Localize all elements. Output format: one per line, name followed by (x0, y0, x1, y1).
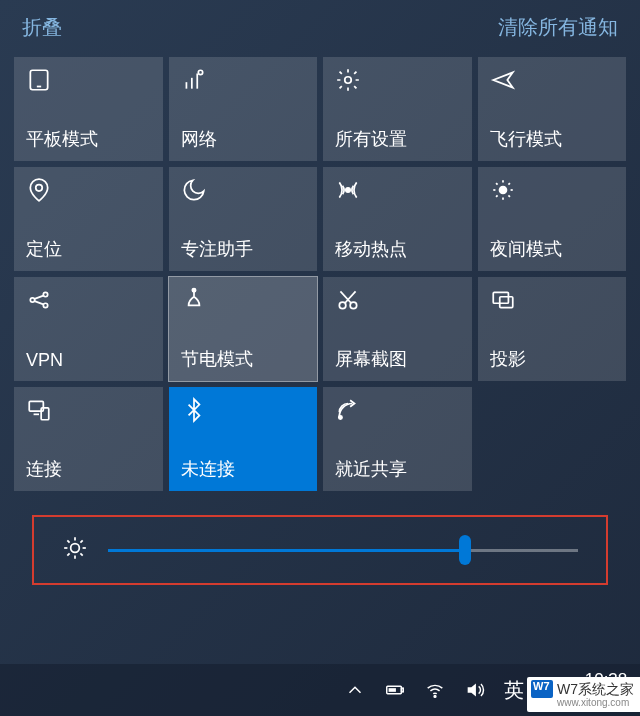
tile-label: 就近共享 (335, 457, 460, 481)
watermark-text: W7系统之家 (557, 681, 634, 697)
svg-line-39 (67, 540, 69, 542)
tile-label: 网络 (181, 127, 306, 151)
watermark: W7 W7系统之家 www.xitong.com (527, 677, 640, 712)
watermark-sub: www.xitong.com (557, 697, 634, 708)
svg-marker-47 (468, 684, 476, 697)
tile-label: 连接 (26, 457, 151, 481)
ime-lang: 英 (504, 679, 526, 701)
share-icon (335, 397, 460, 425)
nightlight-icon (490, 177, 615, 205)
tile-location[interactable]: 定位 (14, 167, 163, 271)
svg-line-16 (496, 195, 498, 197)
wifi-icon[interactable] (424, 679, 446, 701)
battery-saver-icon (181, 287, 306, 315)
tile-label: 投影 (490, 347, 615, 371)
svg-point-8 (346, 188, 350, 192)
tile-bluetooth[interactable]: 未连接 (169, 387, 318, 491)
tile-label: 移动热点 (335, 237, 460, 261)
tile-network[interactable]: 网络 (169, 57, 318, 161)
svg-point-19 (43, 292, 47, 296)
snip-icon (335, 287, 460, 315)
location-icon (26, 177, 151, 205)
svg-point-34 (71, 544, 80, 553)
svg-rect-31 (41, 408, 49, 420)
tile-label: 未连接 (181, 457, 306, 481)
tile-battery-saver[interactable]: 节电模式 (169, 277, 318, 381)
volume-icon[interactable] (464, 679, 486, 701)
tile-label: VPN (26, 350, 151, 371)
tile-label: 平板模式 (26, 127, 151, 151)
tile-connect[interactable]: 连接 (14, 387, 163, 491)
svg-line-41 (67, 553, 69, 555)
brightness-highlight-box (32, 515, 608, 585)
svg-point-6 (345, 77, 352, 84)
svg-point-9 (498, 186, 507, 195)
tile-hotspot[interactable]: 移动热点 (323, 167, 472, 271)
slider-track (108, 549, 578, 552)
tile-tablet[interactable]: 平板模式 (14, 57, 163, 161)
watermark-badge: W7 (533, 680, 550, 692)
tile-label: 屏幕截图 (335, 347, 460, 371)
moon-icon (181, 177, 306, 205)
collapse-link[interactable]: 折叠 (22, 14, 62, 41)
svg-point-7 (36, 185, 43, 192)
tile-settings[interactable]: 所有设置 (323, 57, 472, 161)
slider-thumb[interactable] (459, 535, 471, 565)
tile-moon[interactable]: 专注助手 (169, 167, 318, 271)
svg-point-5 (198, 70, 202, 74)
tile-nightlight[interactable]: 夜间模式 (478, 167, 627, 271)
svg-point-33 (339, 416, 342, 419)
brightness-slider[interactable] (108, 540, 578, 560)
tile-airplane[interactable]: 飞行模式 (478, 57, 627, 161)
tile-vpn[interactable]: VPN (14, 277, 163, 381)
brightness-icon (62, 535, 88, 565)
svg-line-42 (80, 540, 82, 542)
svg-line-40 (80, 553, 82, 555)
tile-label: 定位 (26, 237, 151, 261)
svg-point-23 (192, 289, 195, 292)
svg-point-20 (43, 303, 47, 307)
settings-icon (335, 67, 460, 95)
svg-rect-44 (402, 688, 404, 692)
tablet-icon (26, 67, 151, 95)
tile-share[interactable]: 就近共享 (323, 387, 472, 491)
tile-label: 所有设置 (335, 127, 460, 151)
svg-line-14 (496, 183, 498, 185)
project-icon (490, 287, 615, 315)
svg-rect-28 (493, 292, 508, 303)
tile-label: 夜间模式 (490, 237, 615, 261)
svg-rect-29 (499, 297, 512, 308)
svg-point-18 (30, 298, 34, 302)
header: 折叠 清除所有通知 (14, 14, 626, 41)
tile-label: 节电模式 (181, 347, 306, 371)
svg-line-21 (35, 296, 44, 299)
svg-line-15 (508, 195, 510, 197)
bluetooth-icon (181, 397, 306, 425)
tile-snip[interactable]: 屏幕截图 (323, 277, 472, 381)
tray-overflow-icon[interactable] (344, 679, 366, 701)
slider-fill (108, 549, 465, 552)
airplane-icon (490, 67, 615, 95)
action-center-panel: 折叠 清除所有通知 平板模式网络所有设置飞行模式定位专注助手移动热点夜间模式VP… (0, 0, 640, 585)
svg-rect-45 (389, 688, 396, 692)
tile-label: 飞行模式 (490, 127, 615, 151)
battery-icon[interactable] (384, 679, 406, 701)
clear-all-link[interactable]: 清除所有通知 (498, 14, 618, 41)
svg-line-22 (35, 301, 44, 304)
tile-label: 专注助手 (181, 237, 306, 261)
quick-action-grid: 平板模式网络所有设置飞行模式定位专注助手移动热点夜间模式VPN节电模式屏幕截图投… (14, 57, 626, 491)
network-icon (181, 67, 306, 95)
vpn-icon (26, 287, 151, 315)
svg-point-46 (435, 696, 437, 698)
tile-project[interactable]: 投影 (478, 277, 627, 381)
hotspot-icon (335, 177, 460, 205)
svg-line-17 (508, 183, 510, 185)
connect-icon (26, 397, 151, 425)
